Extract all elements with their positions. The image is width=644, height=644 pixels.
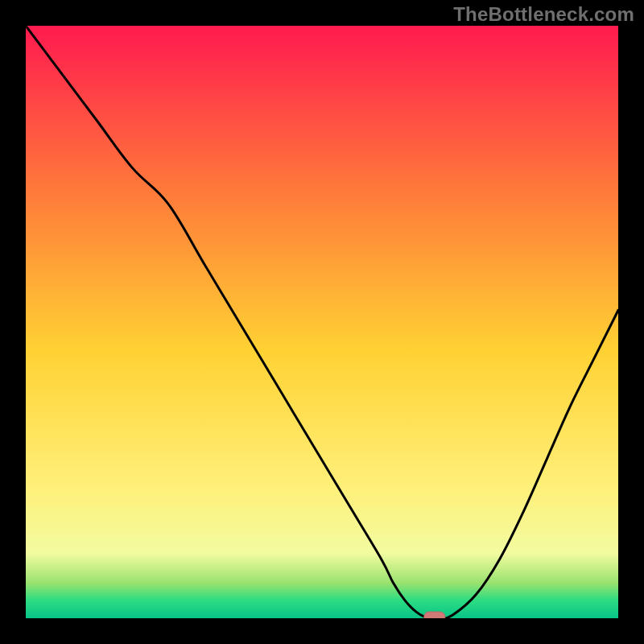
watermark-text: TheBottleneck.com — [453, 3, 634, 26]
chart-svg — [26, 26, 618, 618]
plot-area — [26, 26, 618, 618]
chart-frame: TheBottleneck.com — [0, 0, 644, 644]
optimal-marker — [424, 612, 445, 618]
gradient-background — [26, 26, 618, 618]
